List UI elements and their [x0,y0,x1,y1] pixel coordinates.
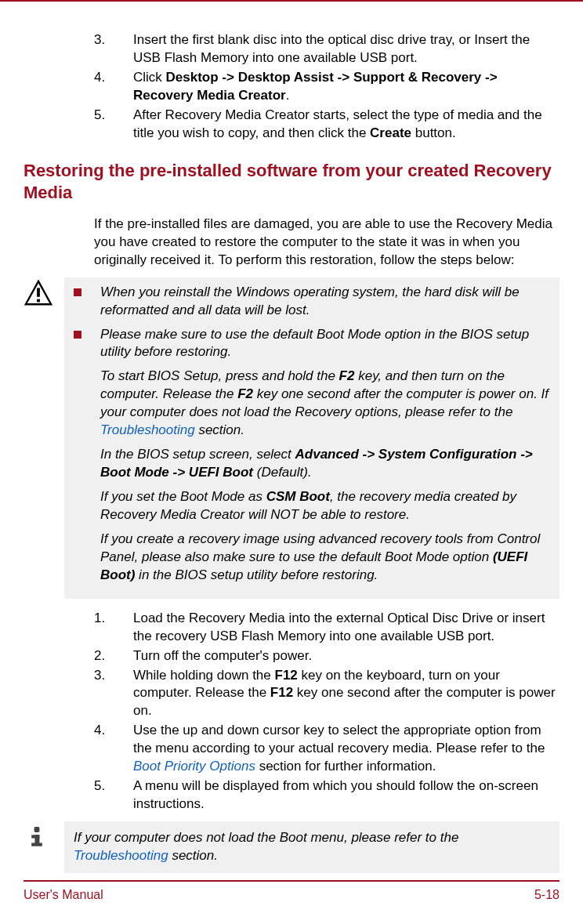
info-icon [24,821,64,850]
list-number: 1. [94,610,133,646]
list-item: 2. Turn off the computer's power. [94,647,559,665]
bullet-text: When you reinstall the Windows operating… [100,284,550,320]
svg-rect-3 [34,827,40,832]
svg-rect-5 [34,835,39,844]
list-text: Turn off the computer's power. [133,647,559,665]
list-number: 5. [94,777,133,813]
intro-paragraph: If the pre-installed files are damaged, … [94,216,559,270]
warning-paragraph: If you create a recovery image using adv… [100,531,550,585]
page-footer: User's Manual 5-18 [24,880,559,902]
info-callout: If your computer does not load the Boot … [24,821,559,873]
list-text: While holding down the F12 key on the ke… [133,667,559,721]
svg-rect-2 [37,299,40,302]
list-number: 5. [94,107,133,143]
list-text: A menu will be displayed from which you … [133,777,559,813]
numbered-list-restore: 1. Load the Recovery Media into the exte… [94,610,559,813]
section-heading: Restoring the pre-installed software fro… [24,160,559,205]
list-text: Use the up and down cursor key to select… [133,722,559,776]
warning-body: When you reinstall the Windows operating… [64,277,559,599]
list-item: 3. While holding down the F12 key on the… [94,667,559,721]
list-number: 3. [94,667,133,721]
square-bullet-icon [74,288,81,296]
list-number: 4. [94,722,133,776]
list-number: 4. [94,69,133,105]
list-number: 2. [94,647,133,665]
svg-rect-1 [37,288,40,296]
bullet-text: Please make sure to use the default Boot… [100,326,550,362]
list-text: After Recovery Media Creator starts, sel… [133,107,559,143]
list-item: 4. Click Desktop -> Desktop Assist -> Su… [94,69,559,105]
square-bullet-icon [74,331,81,339]
warning-bullet-item: Please make sure to use the default Boot… [74,326,550,362]
list-number: 3. [94,31,133,67]
footer-right: 5-18 [534,888,559,902]
list-item: 1. Load the Recovery Media into the exte… [94,610,559,646]
svg-rect-6 [31,843,42,846]
info-body: If your computer does not load the Boot … [64,821,559,873]
numbered-list-top: 3. Insert the first blank disc into the … [94,31,559,143]
warning-icon [24,277,64,309]
warning-paragraph: If you set the Boot Mode as CSM Boot, th… [100,488,550,524]
footer-left: User's Manual [24,888,103,902]
list-item: 4. Use the up and down cursor key to sel… [94,722,559,776]
warning-bullet-item: When you reinstall the Windows operating… [74,284,550,320]
warning-paragraph: In the BIOS setup screen, select Advance… [100,446,550,482]
list-item: 5. A menu will be displayed from which y… [94,777,559,813]
warning-callout: When you reinstall the Windows operating… [24,277,559,599]
warning-paragraph: To start BIOS Setup, press and hold the … [100,368,550,440]
list-text: Click Desktop -> Desktop Assist -> Suppo… [133,69,559,105]
list-text: Load the Recovery Media into the externa… [133,610,559,646]
list-text: Insert the first blank disc into the opt… [133,31,559,67]
list-item: 5. After Recovery Media Creator starts, … [94,107,559,143]
list-item: 3. Insert the first blank disc into the … [94,31,559,67]
